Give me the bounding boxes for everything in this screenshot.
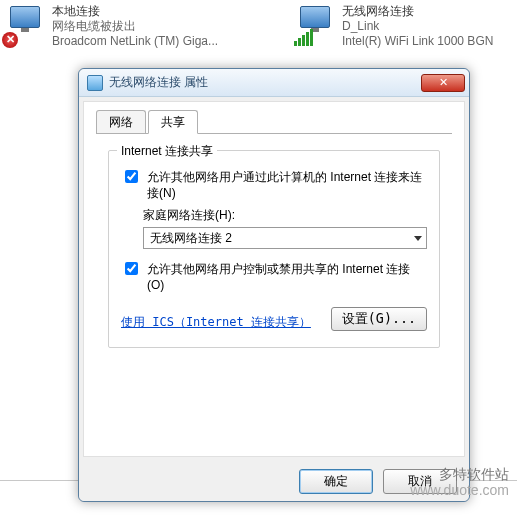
combo-value: 无线网络连接 2 [150,230,232,247]
allow-control-checkbox[interactable] [125,262,138,275]
fieldset-legend: Internet 连接共享 [117,143,217,160]
allow-other-users-checkbox[interactable] [125,170,138,183]
dialog-footer: 确定 取消 [79,461,469,501]
ethernet-disconnected-icon: ✕ [4,4,46,46]
allow-other-users-checkbox-row[interactable]: 允许其他网络用户通过此计算机的 Internet 连接来连接(N) [121,169,427,201]
chevron-down-icon [414,236,422,241]
home-network-label: 家庭网络连接(H): [143,207,427,224]
connection-status: 网络电缆被拔出 [52,19,218,34]
settings-button[interactable]: 设置(G)... [331,307,427,331]
checkbox-label: 允许其他网络用户通过此计算机的 Internet 连接来连接(N) [147,169,427,201]
home-network-combobox[interactable]: 无线网络连接 2 [143,227,427,249]
connection-adapter: Intel(R) WiFi Link 1000 BGN [342,34,493,49]
close-button[interactable]: ✕ [421,74,465,92]
dialog-body: 网络 共享 Internet 连接共享 允许其他网络用户通过此计算机的 Inte… [83,101,465,457]
connection-wired[interactable]: ✕ 本地连接 网络电缆被拔出 Broadcom NetLink (TM) Gig… [4,4,234,49]
connection-adapter: Broadcom NetLink (TM) Giga... [52,34,218,49]
checkbox-label: 允许其他网络用户控制或禁用共享的 Internet 连接(O) [147,261,427,293]
wifi-connected-icon [294,4,336,46]
tab-network[interactable]: 网络 [96,110,146,133]
ok-button[interactable]: 确定 [299,469,373,494]
allow-control-checkbox-row[interactable]: 允许其他网络用户控制或禁用共享的 Internet 连接(O) [121,261,427,293]
home-network-field: 家庭网络连接(H): 无线网络连接 2 [143,207,427,249]
titlebar[interactable]: 无线网络连接 属性 ✕ [79,69,469,97]
cancel-button[interactable]: 取消 [383,469,457,494]
ics-help-link[interactable]: 使用 ICS（Internet 连接共享） [121,314,311,331]
tab-sharing[interactable]: 共享 [148,110,198,134]
tab-panel-sharing: Internet 连接共享 允许其他网络用户通过此计算机的 Internet 连… [96,134,452,358]
tabs: 网络 共享 [96,110,452,134]
connection-title: 本地连接 [52,4,218,19]
properties-dialog: 无线网络连接 属性 ✕ 网络 共享 Internet 连接共享 允许其他网络用户… [78,68,470,502]
ics-fieldset: Internet 连接共享 允许其他网络用户通过此计算机的 Internet 连… [108,150,440,348]
network-icon [87,75,103,91]
dialog-title: 无线网络连接 属性 [109,74,421,91]
connection-title: 无线网络连接 [342,4,493,19]
connection-wireless[interactable]: 无线网络连接 D_Link Intel(R) WiFi Link 1000 BG… [294,4,517,49]
connection-ssid: D_Link [342,19,493,34]
